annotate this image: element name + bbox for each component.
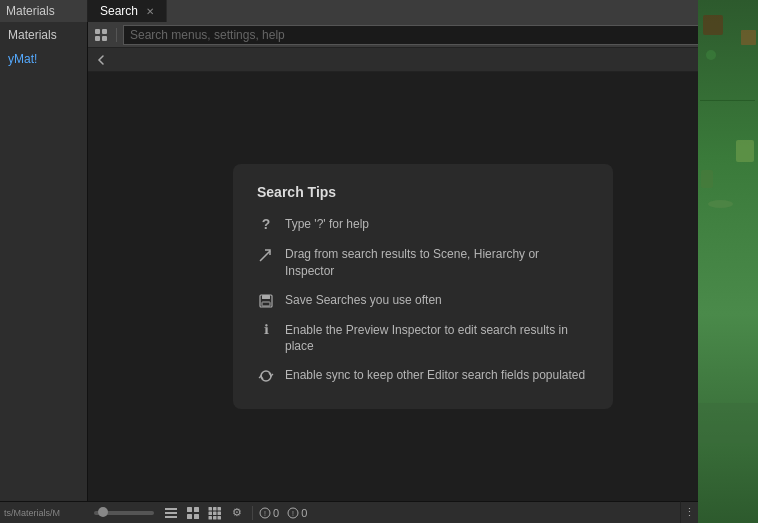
- sidebar: Materials yMat!: [0, 22, 88, 523]
- svg-rect-18: [194, 514, 199, 519]
- search-input[interactable]: [130, 28, 703, 42]
- settings-button[interactable]: ⚙: [228, 504, 246, 522]
- svg-rect-14: [165, 516, 177, 518]
- svg-rect-23: [213, 511, 217, 515]
- svg-rect-15: [187, 507, 192, 512]
- svg-rect-3: [102, 36, 107, 41]
- svg-text:!: !: [264, 510, 266, 517]
- svg-rect-22: [209, 511, 213, 515]
- tip-row-4: ℹ Enable the Preview Inspector to edit s…: [257, 322, 589, 356]
- sidebar-materials-text: Materials: [8, 28, 57, 42]
- svg-rect-26: [213, 516, 217, 520]
- window-tab-row: Materials Search ✕ ? ⋮ ✕: [0, 0, 758, 22]
- search-tips-card: Search Tips ? Type '?' for help Drag fro…: [233, 164, 613, 409]
- grid3-view-button[interactable]: [206, 504, 224, 522]
- svg-rect-19: [209, 507, 213, 511]
- tip-text-3: Save Searches you use often: [285, 292, 589, 309]
- svg-rect-12: [165, 508, 177, 510]
- sidebar-mymat-text: yMat!: [8, 52, 37, 66]
- tip-text-1: Type '?' for help: [285, 216, 589, 233]
- sidebar-item-mymat[interactable]: yMat!: [0, 48, 87, 70]
- zoom-slider[interactable]: [94, 511, 154, 515]
- right-panel-game-view: [698, 0, 758, 523]
- tip-row-5: Enable sync to keep other Editor search …: [257, 367, 589, 385]
- tip-text-2: Drag from search results to Scene, Hiera…: [285, 246, 589, 280]
- svg-line-8: [260, 251, 270, 261]
- tab-close-icon[interactable]: ✕: [146, 6, 154, 17]
- tip-icon-sync: [257, 367, 275, 385]
- svg-rect-16: [194, 507, 199, 512]
- svg-rect-2: [95, 36, 100, 41]
- second-toolbar: ⋮: [88, 48, 758, 72]
- left-bottom-path: ts/Materials/M: [0, 501, 88, 523]
- grid2-view-button[interactable]: [184, 504, 202, 522]
- svg-rect-10: [262, 295, 270, 299]
- status-more-button[interactable]: ⋮: [680, 501, 698, 523]
- search-tips-title: Search Tips: [257, 184, 589, 200]
- back-button[interactable]: [92, 51, 110, 69]
- search-input-container[interactable]: [123, 25, 710, 45]
- grid-toggle-button[interactable]: [92, 26, 110, 44]
- sidebar-materials-label: Materials: [6, 4, 55, 18]
- count1-badge: ! 0: [259, 507, 279, 519]
- zoom-slider-thumb[interactable]: [98, 507, 108, 517]
- svg-text:!: !: [292, 510, 294, 517]
- svg-rect-27: [218, 516, 222, 520]
- sidebar-item-materials[interactable]: Materials: [0, 22, 87, 48]
- tab-search-label: Search: [100, 4, 138, 18]
- tip-row-3: Save Searches you use often: [257, 292, 589, 310]
- tip-row-2: Drag from search results to Scene, Hiera…: [257, 246, 589, 280]
- svg-rect-24: [218, 511, 222, 515]
- svg-rect-21: [218, 507, 222, 511]
- svg-rect-11: [262, 302, 270, 306]
- status-more-icon: ⋮: [684, 506, 695, 519]
- status-bar: ⚙ ! 0 ! 0: [88, 501, 698, 523]
- tab-search[interactable]: Search ✕: [88, 0, 167, 22]
- search-toolbar: ℹ: [88, 22, 758, 48]
- path-text: ts/Materials/M: [4, 508, 60, 518]
- svg-rect-20: [213, 507, 217, 511]
- tip-icon-question: ?: [257, 216, 275, 234]
- main-content: Search Tips ? Type '?' for help Drag fro…: [88, 72, 758, 501]
- svg-rect-13: [165, 512, 177, 514]
- tip-icon-drag: [257, 246, 275, 264]
- svg-rect-25: [209, 516, 213, 520]
- svg-rect-1: [102, 29, 107, 34]
- svg-rect-0: [95, 29, 100, 34]
- tip-text-4: Enable the Preview Inspector to edit sea…: [285, 322, 589, 356]
- tip-icon-save: [257, 292, 275, 310]
- svg-rect-17: [187, 514, 192, 519]
- count2-badge: ! 0: [287, 507, 307, 519]
- count1-value: 0: [273, 507, 279, 519]
- list-view-button[interactable]: [162, 504, 180, 522]
- tip-icon-info: ℹ: [257, 322, 275, 340]
- tip-row-1: ? Type '?' for help: [257, 216, 589, 234]
- tip-text-5: Enable sync to keep other Editor search …: [285, 367, 589, 384]
- count2-value: 0: [301, 507, 307, 519]
